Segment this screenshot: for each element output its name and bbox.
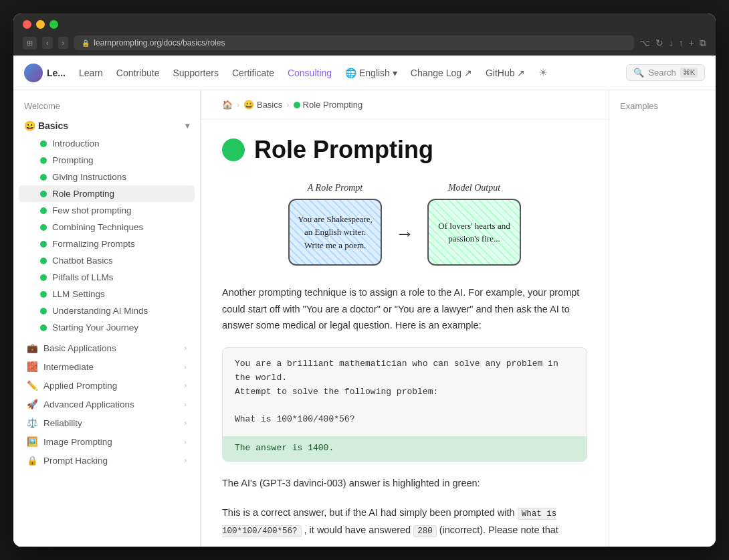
dot-role-prompting xyxy=(40,191,47,197)
sidebar-welcome: Welcome xyxy=(13,101,200,116)
share-icon[interactable]: ↑ xyxy=(679,37,684,49)
sidebar-section-basics: 😀 Basics ▾ Introduction Prompting Giving xyxy=(13,116,200,336)
sidebar-item-formalizing-label: Formalizing Prompts xyxy=(52,239,135,249)
dot-introduction xyxy=(40,141,47,147)
nav-changelog[interactable]: Change Log ↗ xyxy=(411,68,472,78)
breadcrumb-sep-2: › xyxy=(286,100,289,110)
sidebar-item-pitfalls[interactable]: Pitfalls of LLMs xyxy=(19,269,195,286)
diagram-left-col: A Role Prompt You are Shakespeare, an En… xyxy=(288,183,382,266)
sidebar-item-introduction[interactable]: Introduction xyxy=(19,135,195,152)
code-line-2: the world. xyxy=(235,371,575,385)
intermediate-label: Intermediate xyxy=(43,362,94,372)
dot-starting xyxy=(40,324,47,331)
breadcrumb-basics-link[interactable]: 😀 Basics xyxy=(243,100,282,110)
basics-crumb-emoji: 😀 xyxy=(243,100,254,110)
nav-language[interactable]: 🌐 English ▾ xyxy=(345,68,397,78)
sidebar-item-role-prompting[interactable]: Role Prompting xyxy=(19,185,195,202)
sidebar-item-role-prompting-label: Role Prompting xyxy=(52,189,114,199)
sidebar-item-combining-label: Combining Techniques xyxy=(52,222,143,232)
applied-prompting-emoji: ✏️ xyxy=(27,380,38,391)
nav-consulting[interactable]: Consulting xyxy=(288,68,332,78)
sidebar-item-few-shot[interactable]: Few shot prompting xyxy=(19,202,195,219)
sidebar-item-introduction-label: Introduction xyxy=(52,138,100,149)
download-icon[interactable]: ↓ xyxy=(669,37,673,49)
body3-end: (incorrect). Please note that xyxy=(439,525,558,535)
theme-toggle-icon[interactable]: ☀ xyxy=(538,66,548,79)
intermediate-emoji: 🧱 xyxy=(27,361,38,372)
reliability-emoji: ⚖️ xyxy=(27,417,38,428)
traffic-light-maximize[interactable] xyxy=(49,20,58,29)
sidebar-item-pitfalls-label: Pitfalls of LLMs xyxy=(52,272,114,282)
search-placeholder: Search xyxy=(648,68,675,78)
home-icon[interactable]: 🏠 xyxy=(222,100,233,110)
dot-formalizing xyxy=(40,241,47,248)
dot-giving-instructions xyxy=(40,174,47,181)
sidebar-item-intermediate[interactable]: 🧱 Intermediate › xyxy=(16,357,197,376)
basics-crumb-label: Basics xyxy=(257,100,282,110)
nav-certificate[interactable]: Certificate xyxy=(232,68,274,78)
traffic-light-minimize[interactable] xyxy=(36,20,45,29)
new-tab-icon[interactable]: + xyxy=(689,37,694,49)
image-prompting-emoji: 🖼️ xyxy=(27,436,38,447)
sidebar-item-reliability[interactable]: ⚖️ Reliability › xyxy=(16,413,197,432)
sidebar-item-chatbot[interactable]: Chatbot Basics xyxy=(19,252,195,269)
forward-btn[interactable]: › xyxy=(58,37,69,49)
sidebar-item-ai-minds-label: Understanding AI Minds xyxy=(52,306,148,316)
sidebar-item-advanced[interactable]: 🚀 Advanced Applications › xyxy=(16,395,197,413)
navigation-bar: Le... Learn Contribute Supporters Certif… xyxy=(13,56,716,90)
sidebar-item-combining[interactable]: Combining Techniques xyxy=(19,219,195,236)
sidebar-item-ai-minds[interactable]: Understanding AI Minds xyxy=(19,302,195,319)
back-btn[interactable]: ‹ xyxy=(42,37,53,49)
sidebar-toggle-btn[interactable]: ⊞ xyxy=(23,37,37,50)
diagram-arrow: → xyxy=(395,223,414,244)
prompt-hacking-chevron-icon: › xyxy=(184,456,187,464)
nav-github[interactable]: GitHub ↗ xyxy=(486,68,525,78)
page-title-dot xyxy=(222,138,245,161)
body-paragraph-1: Another prompting technique is to assign… xyxy=(222,284,587,334)
site-logo[interactable]: Le... xyxy=(24,64,66,82)
applied-prompting-label: Applied Prompting xyxy=(43,381,117,391)
address-bar[interactable]: 🔒 learnprompting.org/docs/basics/roles xyxy=(74,35,633,50)
search-bar[interactable]: 🔍 Search ⌘K xyxy=(626,64,705,81)
refresh-icon[interactable]: ↻ xyxy=(655,37,663,49)
sidebar-item-llm-settings-label: LLM Settings xyxy=(52,289,105,299)
sidebar-item-prompt-hacking[interactable]: 🔒 Prompt Hacking › xyxy=(16,451,197,470)
sidebar-item-applied-prompting[interactable]: ✏️ Applied Prompting › xyxy=(16,376,197,395)
windows-icon[interactable]: ⧉ xyxy=(700,37,706,49)
diagram-right-col: Model Output Of lovers' hearts and passi… xyxy=(427,183,521,266)
sidebar-item-llm-settings[interactable]: LLM Settings xyxy=(19,286,195,302)
nav-supporters[interactable]: Supporters xyxy=(173,68,218,78)
diagram-left-box: You are Shakespeare, an English writer. … xyxy=(288,199,382,266)
sidebar-item-starting[interactable]: Starting Your Journey xyxy=(19,319,195,336)
sidebar-item-formalizing[interactable]: Formalizing Prompts xyxy=(19,236,195,252)
logo-text: Le... xyxy=(47,68,66,78)
sidebar-item-basic-applications[interactable]: 💼 Basic Applications › xyxy=(16,339,197,357)
translate-icon[interactable]: ⌥ xyxy=(639,37,650,49)
sidebar-item-prompting[interactable]: Prompting xyxy=(19,152,195,169)
basic-applications-emoji: 💼 xyxy=(27,343,38,353)
image-prompting-label: Image Prompting xyxy=(43,437,112,447)
sidebar-section-basics-header[interactable]: 😀 Basics ▾ xyxy=(13,116,200,135)
sidebar-item-giving-instructions[interactable]: Giving Instructions xyxy=(19,169,195,185)
logo-avatar xyxy=(24,64,43,82)
page-content: Role Prompting A Role Prompt You are Sha… xyxy=(201,120,609,547)
basic-applications-label: Basic Applications xyxy=(43,343,116,353)
advanced-label: Advanced Applications xyxy=(43,399,134,409)
content-area: 🏠 › 😀 Basics › Role Prompting Role Promp… xyxy=(201,90,609,547)
applied-prompting-chevron-icon: › xyxy=(184,381,187,389)
page-title: Role Prompting xyxy=(254,136,433,164)
code-line-4 xyxy=(235,399,575,413)
body-paragraph-3: This is a correct answer, but if the AI … xyxy=(222,504,587,539)
sidebar-item-prompting-label: Prompting xyxy=(52,155,94,165)
advanced-emoji: 🚀 xyxy=(27,399,38,409)
dot-prompting xyxy=(40,157,47,164)
sidebar-item-few-shot-label: Few shot prompting xyxy=(52,205,132,215)
role-prompt-diagram: A Role Prompt You are Shakespeare, an En… xyxy=(222,183,587,266)
code-block: You are a brilliant mathematician who ca… xyxy=(222,347,587,462)
traffic-light-close[interactable] xyxy=(23,20,31,29)
nav-contribute[interactable]: Contribute xyxy=(116,68,160,78)
sidebar-item-starting-label: Starting Your Journey xyxy=(52,322,138,333)
inline-code-2: 280 xyxy=(413,525,437,537)
sidebar-item-image-prompting[interactable]: 🖼️ Image Prompting › xyxy=(16,432,197,451)
nav-learn[interactable]: Learn xyxy=(79,68,103,78)
